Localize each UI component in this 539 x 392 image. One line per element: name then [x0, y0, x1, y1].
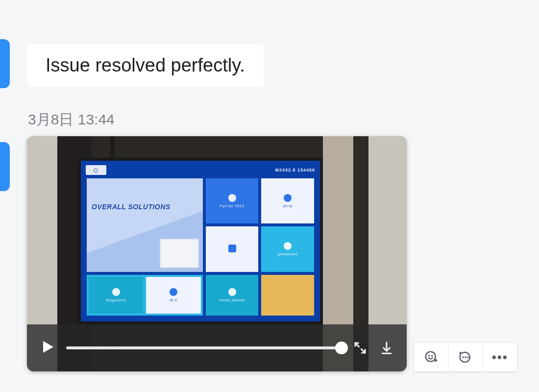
monitor-screen: ◯ M2432.8 134456 OVERALL SOLUTIONS Fyn 0…: [81, 161, 320, 321]
tile-3: [206, 226, 259, 271]
message-bubble[interactable]: Issue resolved perfectly.: [27, 44, 264, 87]
message-text: Issue resolved perfectly.: [46, 55, 245, 75]
p-icon: [112, 288, 120, 296]
video-attachment[interactable]: ◯ M2432.8 134456 OVERALL SOLUTIONS Fyn 0…: [27, 136, 407, 371]
fullscreen-button[interactable]: [352, 340, 368, 356]
tile-2: ch ts: [261, 178, 314, 223]
tile-1: Fyn 02 7013: [206, 178, 259, 223]
tile-r3b-label: mode pemna: [220, 298, 245, 302]
hero-machine-illustration: [160, 239, 199, 268]
circle-icon: [228, 288, 236, 296]
tile-r3a-right: th s: [170, 298, 177, 302]
emoji-add-icon: [424, 350, 439, 365]
svg-point-4: [465, 357, 466, 357]
download-icon: [379, 341, 394, 355]
dot-icon: [284, 242, 292, 250]
sender-indicator: [0, 142, 10, 191]
tile-row3-left-pair: Engunnnd th s: [87, 275, 203, 316]
screen-logo: ◯: [86, 165, 106, 175]
tile-r3b: mode pemna: [206, 275, 259, 316]
add-emoji-button[interactable]: [414, 343, 448, 371]
screen-header-status: M2432.8 134456: [275, 168, 315, 172]
play-button[interactable]: [39, 338, 56, 358]
fullscreen-icon: [353, 341, 368, 355]
tile-4: genwened: [261, 226, 314, 271]
svg-point-2: [432, 355, 432, 356]
download-button[interactable]: [378, 340, 395, 356]
screen-header: ◯ M2432.8 134456: [81, 161, 320, 177]
hero-brand-text: OVERALL SOLUTIONS: [92, 203, 171, 211]
square-icon: [228, 245, 236, 252]
comment-button[interactable]: [448, 343, 483, 371]
progress-knob[interactable]: [335, 342, 348, 354]
more-actions-button[interactable]: •••: [483, 343, 517, 371]
message-timestamp: 3月8日 13:44: [28, 110, 115, 130]
play-icon: [39, 338, 56, 356]
tile-4-label: genwened: [278, 252, 298, 256]
tile-2-label: ch ts: [283, 204, 292, 208]
tile-r3c: [261, 275, 314, 316]
comment-icon: [458, 350, 473, 365]
square-icon: [170, 288, 177, 296]
message-reaction-bar: •••: [414, 343, 517, 371]
svg-point-1: [429, 355, 429, 356]
screen-tile-grid: OVERALL SOLUTIONS Fyn 02 7013 ch ts: [87, 178, 314, 316]
svg-point-3: [463, 357, 463, 357]
video-thumbnail-monitor: ◯ M2432.8 134456 OVERALL SOLUTIONS Fyn 0…: [78, 158, 323, 324]
svg-point-5: [467, 357, 468, 357]
video-controls-bar: [27, 324, 407, 371]
sender-indicator: [0, 39, 10, 88]
tile-1-label: Fyn 02 7013: [220, 204, 245, 208]
hero-tile: OVERALL SOLUTIONS: [87, 178, 203, 272]
tile-r3a-left: Engunnnd: [106, 298, 125, 302]
bar-chart-icon: [228, 194, 236, 202]
video-progress-bar[interactable]: [66, 346, 342, 349]
doc-icon: [284, 194, 292, 202]
